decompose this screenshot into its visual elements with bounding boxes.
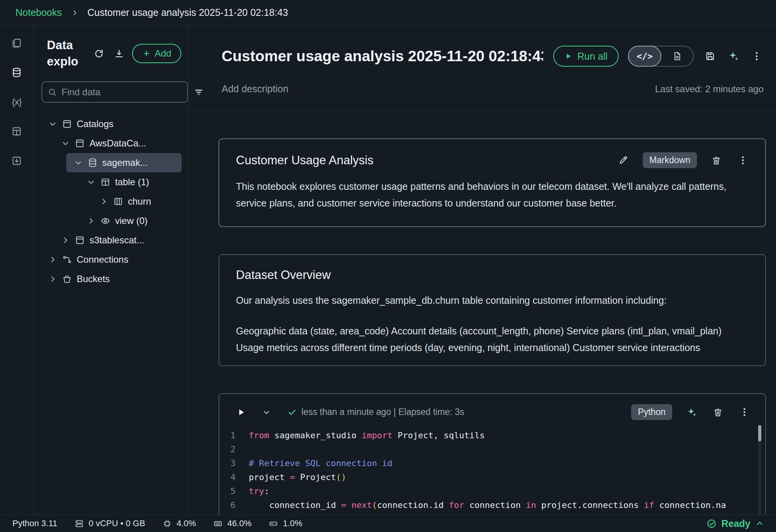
line-content[interactable]: from sagemaker_studio import Project, sq…	[249, 429, 485, 442]
view-toggle-group: </>	[628, 46, 694, 67]
tree-item[interactable]: view (0)	[79, 211, 182, 231]
line-number: 1	[229, 429, 236, 442]
line-content[interactable]: # Retrieve SQL connection id	[249, 456, 392, 470]
code-lines: 1 from sagemaker_studio import Project, …	[229, 429, 765, 512]
tree-item[interactable]: churn	[92, 192, 182, 211]
cell-run-status: less than a minute ago | Elapsed time: 3…	[301, 407, 464, 417]
compute-label: 0 vCPU • 0 GB	[89, 518, 145, 529]
breadcrumb-current: Customer usage analysis 2025-11-20 02:18…	[88, 7, 288, 18]
tree-chevron-icon[interactable]	[61, 236, 70, 244]
run-all-button[interactable]: Run all	[553, 46, 619, 67]
tree-item-label: AwsDataCa...	[89, 138, 146, 149]
notebooks-icon[interactable]	[10, 36, 23, 50]
line-content[interactable]: connection_id = next(connection.id for c…	[249, 498, 726, 512]
trash-icon[interactable]	[709, 153, 723, 167]
database-icon	[87, 158, 98, 168]
cell-more-options-icon[interactable]	[736, 153, 750, 167]
code-cell-1[interactable]: less than a minute ago | Elapsed time: 3…	[219, 393, 766, 515]
code-editor[interactable]: 1 from sagemaker_studio import Project, …	[219, 429, 765, 512]
cell-more-options-icon[interactable]	[737, 405, 751, 419]
save-icon[interactable]	[703, 49, 717, 63]
markdown-paragraph: Geographic data (state, area_code) Accou…	[236, 323, 743, 356]
refresh-icon[interactable]	[92, 46, 106, 60]
tree-item-label: churn	[128, 196, 151, 207]
cell-type-badge[interactable]: Python	[631, 404, 672, 420]
columns-icon	[113, 196, 123, 207]
line-content[interactable]: try:	[249, 484, 269, 498]
tree-item-label: view (0)	[115, 215, 148, 226]
markdown-paragraph: Our analysis uses the sagemaker_sample_d…	[236, 292, 743, 309]
tree-item-label: table (1)	[115, 177, 149, 188]
run-all-label: Run all	[577, 51, 607, 62]
cell-type-badge[interactable]: Markdown	[643, 152, 697, 168]
tree-chevron-icon[interactable]	[48, 275, 57, 283]
tree-item[interactable]: Buckets	[41, 269, 182, 289]
import-icon[interactable]	[10, 154, 23, 167]
bucket-icon	[62, 274, 72, 284]
tree-chevron-icon[interactable]	[61, 139, 70, 148]
cells-scroll-area[interactable]: Customer Usage Analysis Markdown This no…	[189, 110, 776, 515]
top-bar: Notebooks Customer usage analysis 2025-1…	[0, 0, 776, 26]
line-number: 4	[229, 470, 236, 484]
memory-usage-label: 46.0%	[227, 518, 251, 529]
markdown-cell-1[interactable]: Customer Usage Analysis Markdown This no…	[219, 138, 766, 227]
code-line: 2	[229, 442, 765, 456]
run-cell-icon[interactable]	[234, 405, 248, 419]
code-scrollbar-track[interactable]	[758, 434, 761, 515]
kernel-selector[interactable]: Python 3.11	[12, 518, 57, 529]
connections-icon	[62, 255, 72, 265]
tree-item[interactable]: Catalogs	[41, 114, 182, 134]
tree-item[interactable]: table (1)	[79, 172, 182, 192]
data-tree: Catalogs AwsDataCa... sagemak... table (…	[34, 114, 188, 515]
line-number: 5	[229, 484, 236, 498]
code-line: 3 # Retrieve SQL connection id	[229, 456, 765, 470]
data-explorer-icon[interactable]	[10, 66, 23, 79]
more-options-icon[interactable]	[750, 49, 764, 63]
tree-item[interactable]: sagemak...	[66, 153, 182, 172]
app-window: Notebooks Customer usage analysis 2025-1…	[0, 0, 776, 532]
markdown-body: This notebook explores customer usage pa…	[236, 178, 743, 212]
cpu-usage-label: 4.0%	[177, 518, 196, 529]
panels-icon[interactable]	[10, 125, 23, 138]
tree-chevron-icon[interactable]	[48, 120, 57, 128]
line-content[interactable]: project = Project()	[249, 470, 346, 484]
tree-item[interactable]: s3tablescat...	[53, 231, 182, 250]
ai-sparkle-icon[interactable]	[726, 49, 740, 63]
tree-chevron-icon[interactable]	[100, 197, 108, 206]
server-icon	[74, 519, 84, 529]
cpu-usage: 4.0%	[162, 518, 196, 529]
tree-chevron-icon[interactable]	[87, 217, 95, 225]
kernel-ready-toggle[interactable]: Ready	[706, 518, 764, 529]
chevron-down-icon[interactable]	[260, 405, 274, 419]
disk-usage: 1.0%	[268, 518, 302, 529]
find-data-search[interactable]	[41, 81, 188, 103]
trash-icon[interactable]	[711, 405, 725, 419]
tree-item-label: s3tablescat...	[89, 235, 144, 246]
tree-chevron-icon[interactable]	[48, 255, 57, 264]
markdown-cell-2[interactable]: Dataset Overview Our analysis uses the s…	[219, 254, 766, 366]
markdown-heading: Dataset Overview	[236, 268, 331, 282]
catalog-icon	[74, 235, 85, 246]
ready-label: Ready	[721, 518, 750, 529]
tree-item[interactable]: AwsDataCa...	[53, 134, 182, 153]
add-data-button[interactable]: Add	[132, 44, 181, 63]
search-input[interactable]	[62, 87, 182, 98]
code-view-toggle[interactable]: </>	[628, 46, 661, 67]
tree-chevron-icon[interactable]	[87, 178, 95, 186]
code-scrollbar-thumb[interactable]	[758, 425, 761, 441]
collapse-all-icon[interactable]	[112, 46, 126, 60]
memory-icon	[213, 519, 223, 529]
breadcrumb-notebooks-link[interactable]: Notebooks	[15, 7, 62, 18]
eye-icon	[100, 216, 110, 226]
panel-title: Data explo	[47, 37, 88, 70]
tree-chevron-icon[interactable]	[74, 158, 83, 167]
ai-sparkle-icon[interactable]	[685, 405, 699, 419]
edit-pencil-icon[interactable]	[616, 153, 630, 167]
variables-icon[interactable]: {x}	[10, 95, 23, 108]
code-line: 4 project = Project()	[229, 470, 765, 484]
tree-item[interactable]: Connections	[41, 250, 182, 269]
success-check-icon	[285, 405, 299, 419]
add-description-button[interactable]: Add description	[222, 83, 288, 95]
memory-usage: 46.0%	[213, 518, 251, 529]
document-view-toggle[interactable]	[661, 46, 693, 66]
